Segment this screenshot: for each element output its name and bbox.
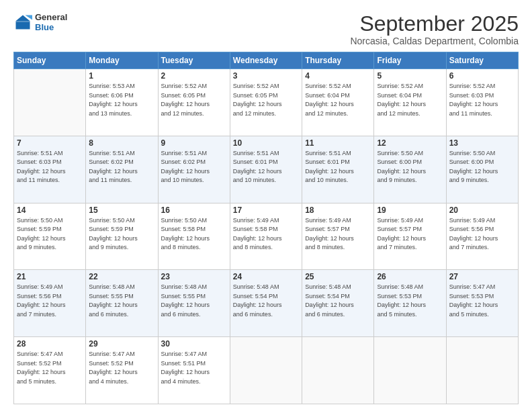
calendar-day-cell: 23Sunrise: 5:48 AM Sunset: 5:55 PM Dayli…	[158, 270, 230, 337]
calendar-day-cell: 24Sunrise: 5:48 AM Sunset: 5:54 PM Dayli…	[230, 270, 302, 337]
title-section: September 2025 Norcasia, Caldas Departme…	[350, 12, 519, 46]
calendar-header-cell: Sunday	[14, 52, 86, 69]
day-number: 17	[233, 205, 299, 215]
calendar-day-cell: 1Sunrise: 5:53 AM Sunset: 6:06 PM Daylig…	[86, 69, 158, 136]
calendar-day-cell: 30Sunrise: 5:47 AM Sunset: 5:51 PM Dayli…	[158, 337, 230, 404]
calendar-day-cell: 12Sunrise: 5:50 AM Sunset: 6:00 PM Dayli…	[374, 136, 446, 203]
header: General Blue September 2025 Norcasia, Ca…	[13, 12, 519, 46]
calendar-table: SundayMondayTuesdayWednesdayThursdayFrid…	[13, 52, 519, 404]
day-number: 14	[17, 205, 83, 215]
day-number: 27	[449, 272, 515, 281]
day-info: Sunrise: 5:51 AM Sunset: 6:03 PM Dayligh…	[17, 149, 83, 185]
day-number: 13	[449, 138, 515, 148]
calendar-week-row: 28Sunrise: 5:47 AM Sunset: 5:52 PM Dayli…	[14, 337, 519, 404]
calendar-header-cell: Saturday	[446, 52, 518, 69]
day-number: 9	[161, 138, 227, 148]
calendar-day-cell: 6Sunrise: 5:52 AM Sunset: 6:03 PM Daylig…	[446, 69, 518, 136]
calendar-header-cell: Wednesday	[230, 52, 302, 69]
day-info: Sunrise: 5:52 AM Sunset: 6:05 PM Dayligh…	[233, 82, 299, 118]
day-info: Sunrise: 5:48 AM Sunset: 5:54 PM Dayligh…	[305, 283, 371, 319]
day-number: 26	[377, 272, 443, 281]
calendar-day-cell: 26Sunrise: 5:48 AM Sunset: 5:53 PM Dayli…	[374, 270, 446, 337]
day-info: Sunrise: 5:47 AM Sunset: 5:52 PM Dayligh…	[17, 350, 83, 386]
day-number: 19	[377, 205, 443, 215]
day-info: Sunrise: 5:51 AM Sunset: 6:02 PM Dayligh…	[161, 149, 227, 185]
day-number: 25	[305, 272, 371, 281]
day-number: 15	[89, 205, 154, 215]
day-info: Sunrise: 5:51 AM Sunset: 6:01 PM Dayligh…	[305, 149, 371, 185]
day-info: Sunrise: 5:49 AM Sunset: 5:57 PM Dayligh…	[377, 216, 443, 253]
day-info: Sunrise: 5:48 AM Sunset: 5:55 PM Dayligh…	[161, 283, 227, 319]
day-info: Sunrise: 5:49 AM Sunset: 5:58 PM Dayligh…	[233, 216, 299, 253]
day-number: 12	[377, 138, 443, 148]
day-number: 4	[305, 71, 371, 81]
calendar-header-row: SundayMondayTuesdayWednesdayThursdayFrid…	[14, 52, 519, 69]
calendar-body: 1Sunrise: 5:53 AM Sunset: 6:06 PM Daylig…	[14, 69, 519, 404]
calendar-day-cell: 8Sunrise: 5:51 AM Sunset: 6:02 PM Daylig…	[86, 136, 158, 203]
calendar-day-cell: 29Sunrise: 5:47 AM Sunset: 5:52 PM Dayli…	[86, 337, 158, 404]
day-info: Sunrise: 5:47 AM Sunset: 5:51 PM Dayligh…	[161, 350, 227, 386]
calendar-week-row: 21Sunrise: 5:49 AM Sunset: 5:56 PM Dayli…	[14, 270, 519, 337]
calendar-week-row: 7Sunrise: 5:51 AM Sunset: 6:03 PM Daylig…	[14, 136, 519, 203]
day-info: Sunrise: 5:51 AM Sunset: 6:02 PM Dayligh…	[89, 149, 154, 185]
day-info: Sunrise: 5:53 AM Sunset: 6:06 PM Dayligh…	[89, 82, 154, 118]
calendar-header-cell: Tuesday	[158, 52, 230, 69]
day-number: 30	[161, 339, 227, 349]
day-number: 21	[17, 272, 83, 281]
day-info: Sunrise: 5:50 AM Sunset: 6:00 PM Dayligh…	[449, 149, 515, 185]
calendar-day-cell: 9Sunrise: 5:51 AM Sunset: 6:02 PM Daylig…	[158, 136, 230, 203]
day-info: Sunrise: 5:50 AM Sunset: 6:00 PM Dayligh…	[377, 149, 443, 185]
calendar-week-row: 14Sunrise: 5:50 AM Sunset: 5:59 PM Dayli…	[14, 203, 519, 270]
day-info: Sunrise: 5:52 AM Sunset: 6:03 PM Dayligh…	[449, 82, 515, 118]
calendar-header-cell: Thursday	[302, 52, 374, 69]
day-info: Sunrise: 5:47 AM Sunset: 5:52 PM Dayligh…	[89, 350, 154, 386]
calendar-header-cell: Friday	[374, 52, 446, 69]
day-number: 10	[233, 138, 299, 148]
calendar-day-cell: 22Sunrise: 5:48 AM Sunset: 5:55 PM Dayli…	[86, 270, 158, 337]
day-number: 20	[449, 205, 515, 215]
day-info: Sunrise: 5:48 AM Sunset: 5:53 PM Dayligh…	[377, 283, 443, 319]
page: General Blue September 2025 Norcasia, Ca…	[0, 0, 532, 411]
day-number: 6	[449, 71, 515, 81]
day-info: Sunrise: 5:52 AM Sunset: 6:04 PM Dayligh…	[377, 82, 443, 118]
calendar-day-cell: 28Sunrise: 5:47 AM Sunset: 5:52 PM Dayli…	[14, 337, 86, 404]
day-info: Sunrise: 5:48 AM Sunset: 5:55 PM Dayligh…	[89, 283, 154, 319]
day-number: 23	[161, 272, 227, 281]
calendar-day-cell	[14, 69, 86, 136]
calendar-day-cell: 15Sunrise: 5:50 AM Sunset: 5:59 PM Dayli…	[86, 203, 158, 270]
calendar-day-cell: 16Sunrise: 5:50 AM Sunset: 5:58 PM Dayli…	[158, 203, 230, 270]
calendar-day-cell: 13Sunrise: 5:50 AM Sunset: 6:00 PM Dayli…	[446, 136, 518, 203]
day-number: 29	[89, 339, 154, 349]
day-info: Sunrise: 5:48 AM Sunset: 5:54 PM Dayligh…	[233, 283, 299, 319]
calendar-day-cell	[302, 337, 374, 404]
day-number: 2	[161, 71, 227, 81]
day-info: Sunrise: 5:49 AM Sunset: 5:56 PM Dayligh…	[17, 283, 83, 319]
logo-icon	[13, 13, 32, 32]
day-number: 22	[89, 272, 154, 281]
calendar-day-cell: 10Sunrise: 5:51 AM Sunset: 6:01 PM Dayli…	[230, 136, 302, 203]
day-number: 16	[161, 205, 227, 215]
logo-text: General Blue	[35, 12, 67, 32]
day-info: Sunrise: 5:50 AM Sunset: 5:59 PM Dayligh…	[89, 216, 154, 253]
calendar-day-cell: 2Sunrise: 5:52 AM Sunset: 6:05 PM Daylig…	[158, 69, 230, 136]
day-info: Sunrise: 5:47 AM Sunset: 5:53 PM Dayligh…	[449, 283, 515, 319]
main-title: September 2025	[350, 12, 519, 36]
day-number: 3	[233, 71, 299, 81]
day-info: Sunrise: 5:52 AM Sunset: 6:04 PM Dayligh…	[305, 82, 371, 118]
calendar-day-cell: 18Sunrise: 5:49 AM Sunset: 5:57 PM Dayli…	[302, 203, 374, 270]
day-number: 24	[233, 272, 299, 281]
subtitle: Norcasia, Caldas Department, Colombia	[350, 36, 519, 46]
calendar-header-cell: Monday	[86, 52, 158, 69]
calendar-day-cell	[230, 337, 302, 404]
day-number: 18	[305, 205, 371, 215]
calendar-day-cell	[446, 337, 518, 404]
calendar-day-cell: 20Sunrise: 5:49 AM Sunset: 5:56 PM Dayli…	[446, 203, 518, 270]
calendar-day-cell: 17Sunrise: 5:49 AM Sunset: 5:58 PM Dayli…	[230, 203, 302, 270]
day-number: 8	[89, 138, 154, 148]
calendar-day-cell	[374, 337, 446, 404]
day-info: Sunrise: 5:50 AM Sunset: 5:59 PM Dayligh…	[17, 216, 83, 253]
day-info: Sunrise: 5:51 AM Sunset: 6:01 PM Dayligh…	[233, 149, 299, 185]
calendar-day-cell: 7Sunrise: 5:51 AM Sunset: 6:03 PM Daylig…	[14, 136, 86, 203]
calendar-day-cell: 4Sunrise: 5:52 AM Sunset: 6:04 PM Daylig…	[302, 69, 374, 136]
day-info: Sunrise: 5:52 AM Sunset: 6:05 PM Dayligh…	[161, 82, 227, 118]
